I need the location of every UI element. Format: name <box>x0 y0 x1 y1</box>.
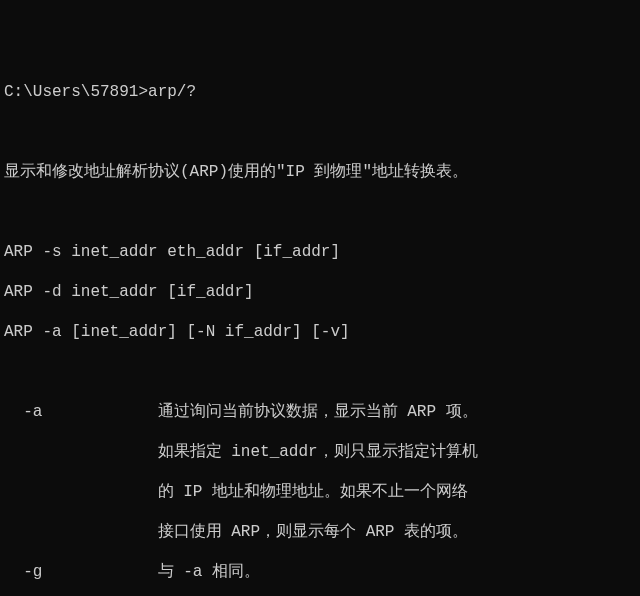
command-prompt[interactable]: C:\Users\57891>arp/? <box>4 82 636 102</box>
syntax-line-s: ARP -s inet_addr eth_addr [if_addr] <box>4 242 636 262</box>
syntax-line-d: ARP -d inet_addr [if_addr] <box>4 282 636 302</box>
option-g-desc: -g 与 -a 相同。 <box>4 562 636 582</box>
blank-line <box>4 362 636 382</box>
blank-line <box>4 122 636 142</box>
option-a-desc: 如果指定 inet_addr，则只显示指定计算机 <box>4 442 636 462</box>
option-a-desc: 的 IP 地址和物理地址。如果不止一个网络 <box>4 482 636 502</box>
option-a-desc: 接口使用 ARP，则显示每个 ARP 表的项。 <box>4 522 636 542</box>
syntax-line-a: ARP -a [inet_addr] [-N if_addr] [-v] <box>4 322 636 342</box>
blank-line <box>4 202 636 222</box>
help-description: 显示和修改地址解析协议(ARP)使用的"IP 到物理"地址转换表。 <box>4 162 636 182</box>
option-a-desc: -a 通过询问当前协议数据，显示当前 ARP 项。 <box>4 402 636 422</box>
